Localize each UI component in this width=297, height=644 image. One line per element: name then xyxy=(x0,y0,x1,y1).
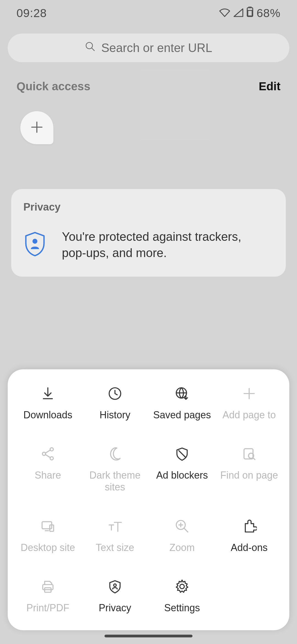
printer-icon xyxy=(40,579,56,594)
status-time: 09:28 xyxy=(16,7,47,20)
battery-icon xyxy=(247,7,253,20)
menu-label: Find on page xyxy=(220,469,278,481)
svg-rect-1 xyxy=(249,7,251,8)
menu-ad-blockers[interactable]: Ad blockers xyxy=(148,446,216,493)
status-bar: 09:28 68% xyxy=(0,0,297,26)
plus-icon xyxy=(29,119,45,136)
menu-label: Desktop site xyxy=(21,542,75,553)
menu-label: Dark theme sites xyxy=(83,469,147,493)
text-size-icon xyxy=(107,519,123,534)
menu-dark-theme-sites: Dark theme sites xyxy=(81,446,148,493)
shield-user-icon xyxy=(23,231,46,258)
menu-zoom: Zoom xyxy=(148,519,216,553)
menu-desktop-site: Desktop site xyxy=(14,519,81,553)
menu-label: Saved pages xyxy=(153,409,211,421)
add-quick-access-button[interactable] xyxy=(20,111,53,144)
menu-label: Add page to xyxy=(222,409,276,421)
menu-label: Privacy xyxy=(99,602,131,614)
menu-settings[interactable]: Settings xyxy=(148,579,216,614)
menu-label: Downloads xyxy=(23,409,72,421)
menu-label: History xyxy=(100,409,130,421)
zoom-in-icon xyxy=(174,519,190,534)
desktop-icon xyxy=(40,519,56,534)
svg-point-4 xyxy=(32,239,37,244)
menu-label: Zoom xyxy=(169,542,195,553)
edit-button[interactable]: Edit xyxy=(259,80,280,93)
menu-label: Share xyxy=(35,469,61,481)
menu-add-page-to: Add page to xyxy=(216,386,283,421)
menu-privacy[interactable]: Privacy xyxy=(81,579,148,614)
battery-pct: 68% xyxy=(257,7,280,20)
tools-menu-sheet: Downloads History Saved pages Add page t… xyxy=(8,369,289,630)
menu-downloads[interactable]: Downloads xyxy=(14,386,81,421)
shield-user-icon xyxy=(107,579,123,594)
svg-point-3 xyxy=(86,42,92,49)
privacy-card-title: Privacy xyxy=(23,201,274,213)
share-icon xyxy=(40,446,56,462)
globe-download-icon xyxy=(174,386,190,401)
svg-point-18 xyxy=(180,584,184,589)
svg-rect-2 xyxy=(248,10,252,16)
menu-history[interactable]: History xyxy=(81,386,148,421)
find-icon xyxy=(241,446,257,462)
cellular-icon xyxy=(233,7,243,20)
clock-icon xyxy=(107,386,123,401)
status-right: 68% xyxy=(219,7,280,20)
menu-label: Print/PDF xyxy=(26,602,69,614)
wifi-icon xyxy=(219,7,230,20)
menu-label: Text size xyxy=(96,542,134,553)
menu-print-pdf: Print/PDF xyxy=(14,579,81,614)
menu-share: Share xyxy=(14,446,81,493)
search-icon xyxy=(85,41,96,55)
menu-label: Settings xyxy=(164,602,200,614)
search-placeholder: Search or enter URL xyxy=(101,41,212,55)
download-icon xyxy=(40,386,56,401)
menu-saved-pages[interactable]: Saved pages xyxy=(148,386,216,421)
menu-add-ons[interactable]: Add-ons xyxy=(216,519,283,553)
gear-icon xyxy=(174,579,190,594)
quick-access-header: Quick access Edit xyxy=(16,80,280,93)
plus-icon xyxy=(241,386,257,401)
menu-label: Ad blockers xyxy=(156,469,208,481)
privacy-card-text: You're protected against trackers, pop‑u… xyxy=(62,228,274,261)
url-search-bar[interactable]: Search or enter URL xyxy=(8,34,289,62)
shield-slash-icon xyxy=(174,446,190,462)
puzzle-icon xyxy=(241,519,257,534)
privacy-card[interactable]: Privacy You're protected against tracker… xyxy=(11,189,286,277)
menu-label: Add-ons xyxy=(231,542,268,553)
menu-text-size: Text size xyxy=(81,519,148,553)
svg-point-17 xyxy=(114,584,116,586)
quick-access-label: Quick access xyxy=(16,80,90,93)
nav-handle[interactable] xyxy=(105,635,193,637)
menu-find-on-page: Find on page xyxy=(216,446,283,493)
moon-icon xyxy=(107,446,123,462)
